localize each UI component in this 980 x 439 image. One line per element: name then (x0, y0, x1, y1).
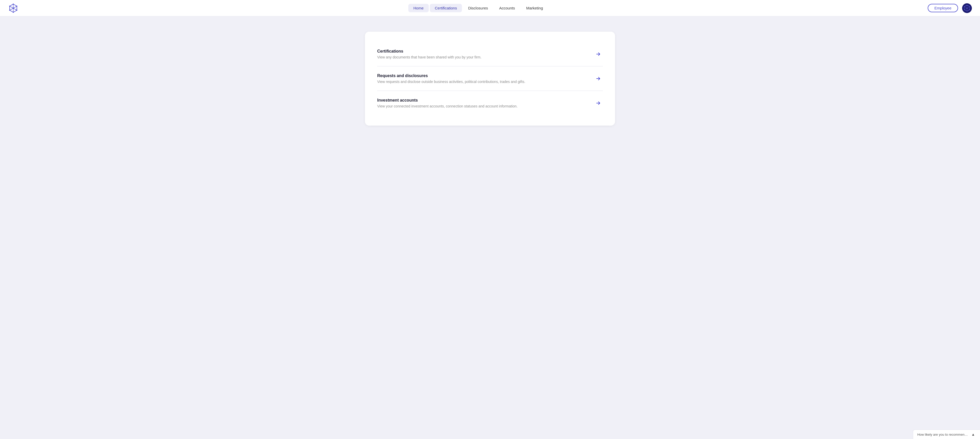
feedback-collapse-button[interactable]: ▲ (970, 433, 976, 436)
certifications-desc: View any documents that have been shared… (377, 55, 590, 59)
employee-button[interactable]: Employee (928, 4, 958, 12)
investment-accounts-desc: View your connected investment accounts,… (377, 104, 590, 108)
feedback-bar: How likely are you to recommen… ▲ (913, 429, 980, 439)
svg-point-7 (13, 12, 14, 13)
main-content: Certifications View any documents that h… (0, 16, 980, 439)
nav-links: Home Certifications Disclosures Accounts… (29, 4, 928, 12)
nav-link-home[interactable]: Home (408, 4, 429, 12)
nav-link-certifications[interactable]: Certifications (430, 4, 462, 12)
nav-link-disclosures[interactable]: Disclosures (463, 4, 493, 12)
nav-link-accounts[interactable]: Accounts (494, 4, 520, 12)
feedback-text: How likely are you to recommen… (917, 433, 968, 436)
certifications-title: Certifications (377, 49, 590, 54)
svg-point-8 (9, 10, 10, 11)
certifications-arrow[interactable] (593, 49, 603, 59)
nav-right: Employee (928, 3, 972, 13)
investment-accounts-item[interactable]: Investment accounts View your connected … (377, 91, 603, 115)
requests-disclosures-desc: View requests and disclose outside busin… (377, 80, 590, 84)
svg-point-9 (9, 6, 10, 6)
requests-disclosures-item[interactable]: Requests and disclosures View requests a… (377, 66, 603, 91)
nav-link-marketing[interactable]: Marketing (521, 4, 548, 12)
svg-point-5 (16, 6, 18, 6)
investment-accounts-title: Investment accounts (377, 98, 590, 103)
logo[interactable] (8, 3, 18, 13)
svg-point-10 (13, 7, 14, 9)
content-card: Certifications View any documents that h… (365, 32, 615, 126)
requests-disclosures-arrow[interactable] (593, 74, 603, 83)
avatar[interactable] (962, 3, 972, 13)
certifications-item[interactable]: Certifications View any documents that h… (377, 42, 603, 66)
navbar: Home Certifications Disclosures Accounts… (0, 0, 980, 16)
requests-disclosures-title: Requests and disclosures (377, 73, 590, 78)
svg-point-6 (16, 10, 18, 11)
svg-point-4 (13, 3, 14, 5)
investment-accounts-arrow[interactable] (593, 99, 603, 108)
